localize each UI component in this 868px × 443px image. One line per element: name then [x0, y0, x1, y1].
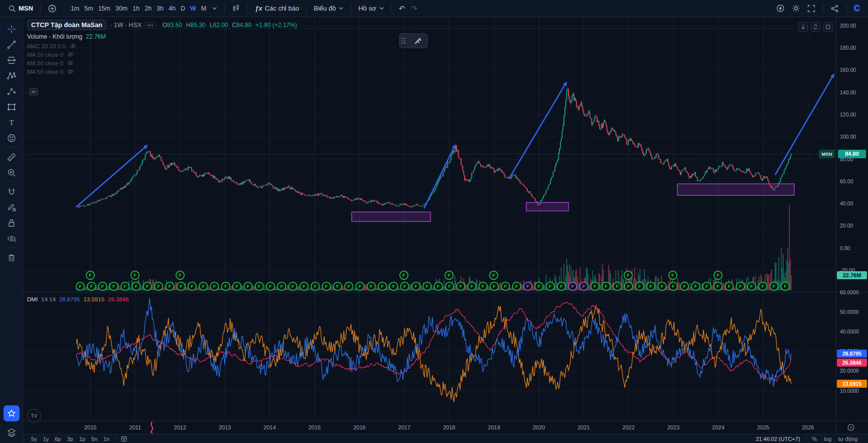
- svg-text:2014: 2014: [263, 424, 275, 430]
- settings-button[interactable]: [788, 2, 804, 15]
- eye-off-icon[interactable]: [67, 68, 74, 75]
- ma-row-3[interactable]: MA 50 close 0: [27, 68, 297, 75]
- chart-legend: CTCP Tập đoàn MaSan · 1W · HSX ••• O83.5…: [27, 20, 297, 75]
- eye-off-icon[interactable]: [67, 51, 74, 58]
- text-tool[interactable]: T: [3, 115, 20, 130]
- svg-text:F: F: [414, 284, 417, 289]
- clock-display[interactable]: 21:46:02 (UTC+7): [752, 436, 804, 442]
- range-3p[interactable]: 3p: [64, 436, 76, 442]
- forecast-tool[interactable]: [3, 83, 20, 99]
- drag-handle[interactable]: [399, 38, 407, 44]
- auto-scale-button[interactable]: tự động: [835, 436, 861, 442]
- volume-indicator-label[interactable]: Volume - Khối lượng: [27, 33, 82, 40]
- timeframe-W[interactable]: W: [188, 4, 199, 14]
- chart-menu-button[interactable]: Biểu đồ: [311, 3, 347, 14]
- ma-row-2[interactable]: MA 20 close 0: [27, 60, 297, 66]
- svg-text:2024: 2024: [712, 424, 724, 430]
- percent-scale-button[interactable]: %: [809, 436, 821, 442]
- user-drawings[interactable]: [76, 73, 834, 222]
- dmi-legend[interactable]: DMI 14 14 28.8795 13.5915 26.3846: [27, 296, 129, 302]
- timeframe-30m[interactable]: 30m: [113, 4, 130, 14]
- timeframe-3h[interactable]: 3h: [154, 4, 166, 14]
- shapes-tool[interactable]: [3, 99, 20, 115]
- emoji-tool[interactable]: [3, 130, 20, 146]
- svg-text:2021: 2021: [577, 424, 590, 430]
- timeframe-dropdown[interactable]: [209, 4, 220, 13]
- timeframe-1h[interactable]: 1h: [130, 4, 142, 14]
- go-to-date-button[interactable]: [120, 435, 127, 442]
- price-axis[interactable]: 200.00180.00160.00140.00120.00100.0080.0…: [840, 23, 859, 394]
- dmi-minus-di-value: 13.5915: [83, 296, 104, 302]
- brush-tool-button[interactable]: [407, 36, 427, 45]
- drawing-mode-tool[interactable]: [3, 199, 20, 215]
- hide-drawings-tool[interactable]: [3, 231, 20, 246]
- timeframe-4h[interactable]: 4h: [166, 4, 178, 14]
- lock-all-tool[interactable]: [3, 215, 20, 231]
- svg-text:F: F: [492, 273, 495, 278]
- crosshair-tool[interactable]: [3, 21, 20, 37]
- trash-icon: [7, 253, 17, 263]
- svg-text:F: F: [683, 284, 686, 289]
- svg-text:140.00: 140.00: [840, 89, 856, 95]
- fullscreen-button[interactable]: [804, 3, 819, 15]
- svg-text:0.00: 0.00: [840, 245, 850, 251]
- range-1p[interactable]: 1p: [76, 436, 88, 442]
- dmi-lines: [76, 298, 791, 402]
- ma-row-1[interactable]: MA 10 close 0: [27, 51, 297, 58]
- svg-text:F: F: [191, 284, 194, 289]
- chevron-up-icon: [31, 89, 36, 94]
- range-5n[interactable]: 5n: [88, 436, 100, 442]
- bottom-toolbar: 5y1y6p3p1p5n1n 21:46:02 (UTC+7) % log tự…: [23, 434, 868, 443]
- range-1n[interactable]: 1n: [100, 436, 112, 442]
- timeframe-1m[interactable]: 1m: [68, 4, 82, 14]
- range-6p[interactable]: 6p: [52, 436, 64, 442]
- divider: [115, 436, 115, 441]
- indicators-button[interactable]: ƒx Các chỉ báo: [252, 3, 302, 14]
- trend-line-tool[interactable]: [3, 37, 20, 52]
- chart-style-button[interactable]: [229, 3, 243, 14]
- fib-tool[interactable]: [3, 52, 20, 68]
- quick-alert-button[interactable]: [773, 2, 788, 15]
- ma-row-0[interactable]: MAC 20 20 0 0: [27, 43, 297, 49]
- profile-menu-button[interactable]: Hồ sơ: [355, 3, 387, 14]
- timeframe-15m[interactable]: 15m: [96, 4, 113, 14]
- chart-canvas[interactable]: FFFFFFFFFFFFFFFFFFFFFFFFFFFFFFFFFFFFFFFF…: [23, 17, 868, 434]
- favorites-button[interactable]: [4, 405, 20, 421]
- eye-off-icon[interactable]: [69, 43, 77, 49]
- symbol-title-button[interactable]: CTCP Tập đoàn MaSan: [27, 20, 106, 30]
- pane-maximize-button[interactable]: [823, 22, 833, 32]
- tradingview-logo[interactable]: TV: [27, 409, 41, 423]
- remove-drawings-tool[interactable]: [3, 250, 20, 265]
- magnet-tool[interactable]: [3, 184, 20, 199]
- pattern-tool[interactable]: [3, 68, 20, 83]
- zoom-in-tool[interactable]: [3, 165, 20, 180]
- collapse-icon: [813, 24, 818, 30]
- compare-add-symbol-button[interactable]: [45, 3, 60, 15]
- svg-text:F: F: [773, 284, 776, 289]
- share-button[interactable]: [827, 3, 842, 15]
- svg-text:F: F: [79, 284, 82, 289]
- redo-button[interactable]: ↷: [408, 3, 420, 14]
- measure-tool[interactable]: [3, 149, 20, 165]
- eye-off-icon[interactable]: [67, 60, 74, 66]
- event-markers[interactable]: FFFFFFFFFFFFFFFFFFFFFFFFFFFFFFFFFFFFFFFF…: [76, 271, 789, 290]
- broker-logo[interactable]: C: [851, 2, 863, 15]
- legend-collapse-button[interactable]: [29, 88, 38, 95]
- legend-more-button[interactable]: •••: [145, 22, 156, 28]
- svg-text:2012: 2012: [174, 424, 186, 430]
- symbol-search-button[interactable]: MSN: [5, 3, 36, 14]
- log-scale-button[interactable]: log: [820, 436, 835, 442]
- range-1y[interactable]: 1y: [40, 436, 52, 442]
- timeframe-D[interactable]: D: [178, 4, 188, 14]
- pane-collapse-button[interactable]: [811, 22, 820, 32]
- timeframe-2h[interactable]: 2h: [142, 4, 154, 14]
- range-5y[interactable]: 5y: [28, 436, 40, 442]
- timeframe-5m[interactable]: 5m: [82, 4, 95, 14]
- pane-move-down-button[interactable]: [798, 22, 808, 32]
- time-axis[interactable]: 2010201120122013201420152016201720182019…: [84, 422, 854, 433]
- undo-button[interactable]: ↶: [396, 3, 408, 14]
- svg-text:F: F: [169, 284, 172, 289]
- chart-area: FFFFFFFFFFFFFFFFFFFFFFFFFFFFFFFFFFFFFFFF…: [23, 17, 868, 443]
- timeframe-M[interactable]: M: [199, 4, 209, 14]
- object-tree-button[interactable]: [3, 424, 20, 440]
